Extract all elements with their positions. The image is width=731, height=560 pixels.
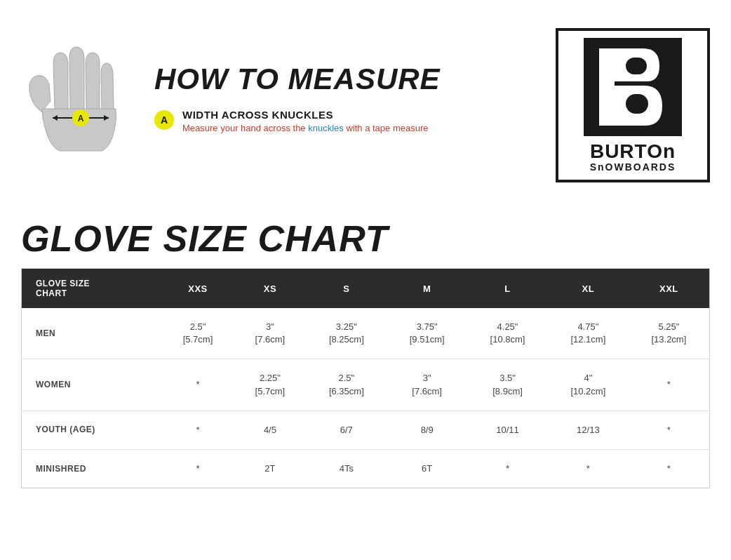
measurement-description: Measure your hand across the knuckles wi…: [182, 123, 428, 133]
col-header-m: M: [387, 269, 467, 309]
cell-category: WOMEN: [22, 359, 162, 411]
table-row: MEN2.5"[5.7cm]3"[7.6cm]3.25"[8.25cm]3.75…: [22, 308, 710, 359]
cell-s: 2.5"[6.35cm]: [306, 359, 387, 411]
cell-xxl: *: [629, 449, 710, 488]
svg-rect-9: [626, 94, 648, 114]
burton-logo: BURTOn SnOWBOARDS: [556, 28, 710, 182]
col-header-xxl: XXL: [629, 269, 710, 309]
burton-logo-text: BURTOn SnOWBOARDS: [590, 142, 676, 173]
col-header-xl: XL: [548, 269, 629, 309]
size-table: GLOVE SIZECHART XXS XS S M L XL XXL MEN2…: [21, 268, 710, 488]
cell-m: 3"[7.6cm]: [387, 359, 467, 411]
measurement-badge-a: A: [154, 110, 174, 130]
cell-xl: 12/13: [548, 411, 629, 449]
hand-illustration: A: [21, 28, 133, 168]
cell-category: YOUTH (AGE): [22, 411, 162, 449]
cell-xs: 4/5: [234, 411, 306, 449]
svg-rect-7: [599, 48, 615, 126]
burton-brand-sub: SnOWBOARDS: [590, 161, 676, 173]
cell-xs: 2.25"[5.7cm]: [234, 359, 306, 411]
cell-xxs: *: [162, 359, 234, 411]
col-header-category: GLOVE SIZECHART: [22, 269, 162, 309]
svg-text:A: A: [78, 114, 84, 124]
how-to-measure-title: HOW TO MEASURE: [154, 63, 556, 95]
col-header-s: S: [306, 269, 387, 309]
cell-xxs: *: [162, 411, 234, 449]
cell-xl: 4"[10.2cm]: [548, 359, 629, 411]
table-row: WOMEN*2.25"[5.7cm]2.5"[6.35cm]3"[7.6cm]3…: [22, 359, 710, 411]
cell-s: 6/7: [306, 411, 387, 449]
cell-xxl: *: [629, 411, 710, 449]
cell-xxs: *: [162, 449, 234, 488]
measure-left: A HOW TO MEASURE A WIDTH ACROSS KNUCKLES…: [21, 28, 556, 168]
measure-info: HOW TO MEASURE A WIDTH ACROSS KNUCKLES M…: [154, 63, 556, 133]
cell-l: 4.25"[10.8cm]: [467, 308, 548, 359]
cell-category: MINISHRED: [22, 449, 162, 488]
measurement-title: WIDTH ACROSS KNUCKLES: [182, 109, 428, 121]
cell-m: 6T: [387, 449, 467, 488]
cell-m: 8/9: [387, 411, 467, 449]
cell-m: 3.75"[9.51cm]: [387, 308, 467, 359]
cell-l: 10/11: [467, 411, 548, 449]
cell-s: 3.25"[8.25cm]: [306, 308, 387, 359]
measurement-text: WIDTH ACROSS KNUCKLES Measure your hand …: [182, 109, 428, 133]
cell-s: 4Ts: [306, 449, 387, 488]
svg-rect-8: [626, 58, 647, 74]
desc-link: knuckles: [308, 123, 344, 133]
desc-prefix: Measure your hand across the: [182, 123, 308, 133]
cell-l: 3.5"[8.9cm]: [467, 359, 548, 411]
cell-xs: 3"[7.6cm]: [234, 308, 306, 359]
desc-suffix: with a tape measure: [344, 123, 429, 133]
cell-xxs: 2.5"[5.7cm]: [162, 308, 234, 359]
col-header-xxs: XXS: [162, 269, 234, 309]
table-row: YOUTH (AGE)*4/56/78/910/1112/13*: [22, 411, 710, 449]
col-header-xs: XS: [234, 269, 306, 309]
col-header-l: L: [467, 269, 548, 309]
cell-xl: 4.75"[12.1cm]: [548, 308, 629, 359]
cell-xxl: 5.25"[13.2cm]: [629, 308, 710, 359]
cell-xxl: *: [629, 359, 710, 411]
chart-title: GLOVE SIZE CHART: [21, 218, 710, 260]
top-section: A HOW TO MEASURE A WIDTH ACROSS KNUCKLES…: [21, 14, 710, 196]
cell-category: MEN: [22, 308, 162, 359]
table-row: MINISHRED*2T4Ts6T***: [22, 449, 710, 488]
measurement-item-a: A WIDTH ACROSS KNUCKLES Measure your han…: [154, 109, 556, 133]
burton-brand-name: BURTOn: [590, 142, 676, 161]
cell-xl: *: [548, 449, 629, 488]
table-header-row: GLOVE SIZECHART XXS XS S M L XL XXL: [22, 269, 710, 309]
chart-section: GLOVE SIZE CHART GLOVE SIZECHART XXS XS …: [21, 218, 710, 488]
cell-l: *: [467, 449, 548, 488]
cell-xs: 2T: [234, 449, 306, 488]
